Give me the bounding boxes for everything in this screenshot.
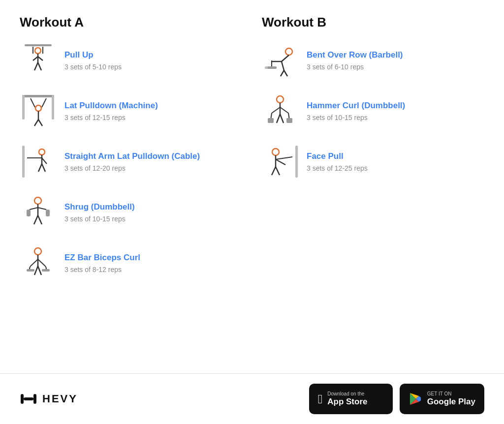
svg-line-44	[282, 61, 284, 70]
exercise-item: Shrug (Dumbbell)3 sets of 10-15 reps	[20, 194, 242, 231]
svg-rect-69	[24, 397, 33, 400]
exercise-name[interactable]: Bent Over Row (Barbell)	[307, 50, 403, 61]
exercise-name[interactable]: EZ Bar Biceps Curl	[64, 252, 140, 263]
exercise-sets: 3 sets of 10-15 reps	[307, 114, 405, 121]
exercise-name[interactable]: Shrug (Dumbbell)	[64, 202, 135, 212]
exercise-name[interactable]: Face Pull	[307, 151, 368, 162]
svg-rect-0	[25, 44, 52, 46]
apple-icon: 	[318, 392, 323, 407]
exercise-image	[20, 143, 57, 180]
svg-rect-48	[267, 66, 277, 69]
svg-line-15	[42, 98, 46, 107]
exercise-image	[262, 92, 299, 129]
svg-line-31	[34, 215, 38, 224]
svg-rect-37	[27, 269, 34, 272]
exercise-sets: 3 sets of 5-10 reps	[64, 63, 122, 71]
svg-line-42	[282, 55, 289, 61]
svg-point-61	[272, 149, 279, 155]
exercise-image	[262, 143, 299, 180]
workout-column-1: Workout B Bent Over Row (Barbell)3 sets …	[252, 15, 484, 363]
hevy-logo: HEVY	[20, 390, 78, 408]
svg-rect-30	[46, 210, 50, 216]
svg-rect-38	[42, 269, 50, 272]
app-store-text: Download on the App Store	[327, 391, 367, 407]
exercise-image	[20, 42, 57, 79]
svg-line-28	[38, 208, 46, 210]
svg-rect-56	[268, 118, 274, 123]
hevy-logo-text: HEVY	[42, 393, 78, 405]
svg-rect-18	[22, 146, 25, 178]
svg-line-64	[276, 159, 285, 165]
svg-rect-29	[27, 210, 31, 216]
svg-line-58	[277, 114, 280, 123]
exercise-info: EZ Bar Biceps Curl3 sets of 8-12 reps	[64, 252, 140, 273]
exercise-info: Face Pull3 sets of 12-25 reps	[307, 151, 368, 172]
svg-line-6	[38, 62, 41, 70]
exercise-sets: 3 sets of 8-12 reps	[64, 266, 140, 273]
exercise-info: Shrug (Dumbbell)3 sets of 10-15 reps	[64, 202, 135, 222]
svg-line-59	[280, 114, 284, 123]
svg-line-63	[276, 157, 292, 159]
svg-rect-68	[33, 394, 36, 404]
exercise-sets: 3 sets of 12-15 reps	[64, 114, 158, 121]
exercise-name[interactable]: Lat Pulldown (Machine)	[64, 100, 158, 111]
exercise-name[interactable]: Hammer Curl (Dumbbell)	[307, 100, 405, 111]
svg-point-1	[35, 48, 41, 54]
exercise-sets: 3 sets of 10-15 reps	[64, 215, 135, 223]
exercise-name[interactable]: Straight Arm Lat Pulldown (Cable)	[64, 151, 200, 162]
svg-line-36	[38, 259, 45, 266]
exercise-info: Pull Up3 sets of 5-10 reps	[64, 50, 122, 70]
svg-point-33	[34, 248, 41, 255]
svg-point-25	[34, 197, 41, 204]
exercise-item: Bent Over Row (Barbell)3 sets of 6-10 re…	[262, 42, 484, 79]
svg-point-41	[285, 48, 292, 55]
hevy-logo-icon	[20, 390, 37, 408]
svg-line-22	[42, 158, 47, 164]
svg-point-12	[35, 105, 41, 111]
svg-line-45	[281, 70, 284, 76]
app-store-big: App Store	[327, 397, 367, 407]
footer: HEVY  Download on the App Store GET IT …	[0, 373, 504, 424]
exercise-item: Straight Arm Lat Pulldown (Cable)3 sets …	[20, 143, 242, 180]
exercise-sets: 3 sets of 6-10 reps	[307, 63, 403, 71]
svg-line-23	[38, 164, 42, 172]
google-play-big: Google Play	[427, 397, 475, 407]
svg-line-46	[284, 70, 287, 76]
svg-rect-10	[22, 95, 25, 120]
store-buttons:  Download on the App Store GET IT ON Go…	[309, 384, 484, 414]
svg-line-14	[31, 98, 35, 107]
exercise-info: Lat Pulldown (Machine)3 sets of 12-15 re…	[64, 100, 158, 121]
svg-line-53	[280, 107, 288, 113]
svg-line-5	[34, 62, 38, 70]
exercise-item: Pull Up3 sets of 5-10 reps	[20, 42, 242, 79]
exercise-sets: 3 sets of 12-20 reps	[64, 164, 200, 172]
exercise-item: Hammer Curl (Dumbbell)3 sets of 10-15 re…	[262, 92, 484, 129]
svg-line-4	[38, 57, 43, 61]
svg-rect-49	[265, 66, 268, 69]
workout-title-0: Workout A	[20, 15, 242, 30]
google-play-button[interactable]: GET IT ON Google Play	[400, 384, 484, 414]
main-content: Workout A Pull Up3 sets of 5-10 reps Lat…	[0, 0, 504, 373]
google-play-icon	[409, 392, 422, 406]
workout-column-0: Workout A Pull Up3 sets of 5-10 reps Lat…	[20, 15, 252, 363]
svg-line-39	[34, 266, 38, 275]
app-store-button[interactable]:  Download on the App Store	[309, 384, 393, 414]
google-play-small: GET IT ON	[427, 391, 475, 397]
svg-line-40	[38, 266, 41, 275]
workout-title-1: Workout B	[262, 15, 484, 30]
exercise-name[interactable]: Pull Up	[64, 50, 122, 61]
svg-rect-11	[52, 95, 54, 120]
svg-rect-60	[295, 146, 298, 178]
exercise-image	[262, 42, 299, 79]
svg-rect-67	[21, 394, 24, 404]
svg-line-3	[33, 57, 38, 61]
exercise-item: Lat Pulldown (Machine)3 sets of 12-15 re…	[20, 92, 242, 129]
svg-line-24	[42, 164, 45, 172]
google-play-text: GET IT ON Google Play	[427, 391, 475, 407]
exercise-item: EZ Bar Biceps Curl3 sets of 8-12 reps	[20, 244, 242, 281]
svg-line-17	[38, 120, 42, 126]
exercise-item: Face Pull3 sets of 12-25 reps	[262, 143, 484, 180]
exercise-image	[20, 244, 57, 281]
exercise-info: Straight Arm Lat Pulldown (Cable)3 sets …	[64, 151, 200, 172]
exercise-info: Hammer Curl (Dumbbell)3 sets of 10-15 re…	[307, 100, 405, 121]
